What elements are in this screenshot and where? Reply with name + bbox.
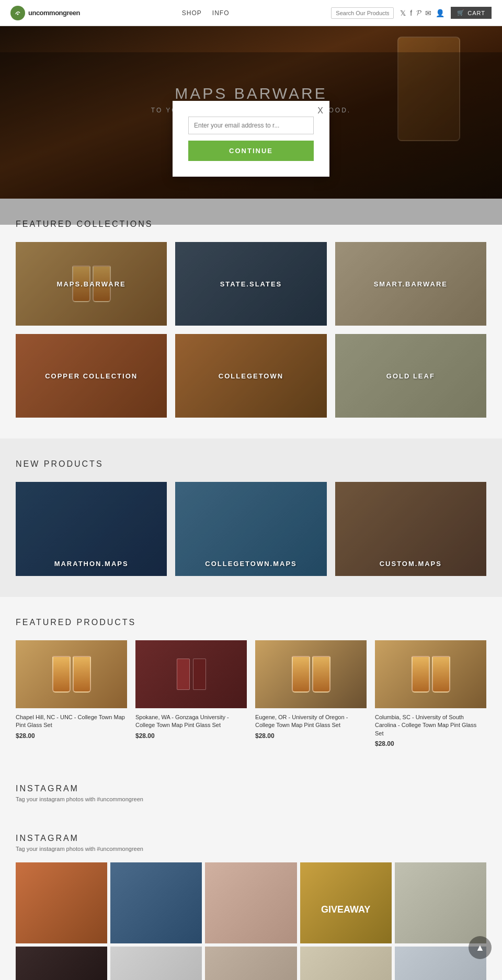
collection-maps-barware[interactable]: MAPS.BARWARE [16,242,167,326]
navigation: uncommongreen SHOP INFO 𝕏 f 𝓟 ✉ 👤 🛒 CART [0,0,502,26]
instagram-grid-row1: GIVEAWAY [16,862,486,943]
email-modal: X CONTINUE [173,101,329,177]
product-label: MARATHON.MAPS [54,560,129,568]
collection-collegetown[interactable]: COLLEGETOWN [175,334,326,418]
scroll-to-top-button[interactable]: ▲ [469,936,492,959]
cart-label: CART [467,10,485,16]
product-label: CUSTOM.MAPS [380,560,442,568]
product-price-4: $28.00 [375,740,486,747]
new-products-grid: MARATHON.MAPS COLLEGETOWN.MAPS CUSTOM.MA… [16,482,486,576]
glass-img [73,656,91,693]
glass-img [312,656,330,693]
instagram-tag-2: Tag your instagram photos with #uncommon… [16,846,486,852]
user-icon[interactable]: 👤 [436,9,444,17]
glass-img [412,656,430,693]
svg-point-0 [14,9,21,17]
hero-section: MAPS BARWARE TO YOUR HEALTH. TO YOUR NEI… [0,26,502,199]
modal-close-button[interactable]: X [317,106,323,116]
collection-overlay: MAPS.BARWARE [16,242,167,326]
instagram-item-2[interactable] [110,862,202,943]
instagram-item-3[interactable] [205,862,296,943]
collection-overlay: SMART.BARWARE [335,242,486,326]
instagram-grid-row2 [16,947,486,980]
featured-product-4[interactable]: Columbia, SC - University of South Carol… [375,640,486,747]
collection-label: COPPER COLLECTION [45,372,138,380]
featured-product-2[interactable]: Spokane, WA - Gonzaga University - Colle… [135,640,247,747]
collections-grid: MAPS.BARWARE STATE.SLATES SMART.BARWARE … [16,242,486,418]
logo-icon [10,6,25,20]
instagram-item-7[interactable] [110,947,202,980]
instagram-item-4[interactable]: GIVEAWAY [300,862,392,943]
featured-collections-section: FEATURED COLLECTIONS MAPS.BARWARE STATE.… [0,199,502,439]
collection-overlay: COLLEGETOWN [175,334,326,418]
featured-products-title: FEATURED PRODUCTS [16,618,486,627]
logo[interactable]: uncommongreen [10,6,80,20]
product-label: COLLEGETOWN.MAPS [205,560,296,568]
collection-label: COLLEGETOWN [219,372,283,380]
instagram-title-1: INSTAGRAM [16,784,486,793]
product-image-3 [255,640,367,708]
product-image-1 [16,640,127,708]
nav-right: 𝕏 f 𝓟 ✉ 👤 🛒 CART [331,7,492,19]
instagram-item-5[interactable] [395,862,486,943]
product-collegetown-maps[interactable]: COLLEGETOWN.MAPS [175,482,326,576]
instagram-tag-1: Tag your instagram photos with #uncommon… [16,796,486,802]
product-marathon-maps[interactable]: MARATHON.MAPS [16,482,167,576]
collection-overlay: GOLD LEAF [335,334,486,418]
product-price-3: $28.00 [255,732,367,740]
product-image-4 [375,640,486,708]
logo-text: uncommongreen [28,9,80,17]
product-image-2 [135,640,247,708]
instagram-section: INSTAGRAM Tag your instagram photos with… [0,818,502,980]
featured-product-1[interactable]: Chapel Hill, NC - UNC - College Town Map… [16,640,127,747]
search-container [331,7,394,19]
collection-label: STATE.SLATES [220,280,282,288]
email-icon[interactable]: ✉ [425,9,431,17]
nav-info[interactable]: INFO [212,9,230,17]
product-custom-maps[interactable]: CUSTOM.MAPS [335,482,486,576]
instagram-title-2: INSTAGRAM [16,834,486,843]
product-name-4: Columbia, SC - University of South Carol… [375,713,486,737]
instagram-item-9[interactable] [300,947,392,980]
email-input[interactable] [188,117,314,134]
glass-img [432,656,450,693]
pinterest-icon[interactable]: 𝓟 [416,8,421,17]
glass-img [177,659,190,690]
collection-overlay: COPPER COLLECTION [16,334,167,418]
instagram-item-8[interactable] [205,947,296,980]
glass-img [52,656,71,693]
glass-img [292,656,310,693]
svg-point-1 [17,13,19,15]
collection-copper[interactable]: COPPER COLLECTION [16,334,167,418]
featured-products-section: FEATURED PRODUCTS Chapel Hill, NC - UNC … [0,597,502,768]
collection-overlay: STATE.SLATES [175,242,326,326]
modal-overlay: X CONTINUE [0,52,502,225]
collection-smart-barware[interactable]: SMART.BARWARE [335,242,486,326]
product-name-1: Chapel Hill, NC - UNC - College Town Map… [16,713,127,730]
cart-button[interactable]: 🛒 CART [451,7,492,19]
collection-label: MAPS.BARWARE [57,280,126,288]
search-input[interactable] [331,7,394,19]
continue-button[interactable]: CONTINUE [188,141,314,161]
giveaway-text: GIVEAWAY [300,862,392,919]
product-name-3: Eugene, OR - University of Oregon - Coll… [255,713,367,730]
product-name-2: Spokane, WA - Gonzaga University - Colle… [135,713,247,730]
social-icons: 𝕏 f 𝓟 ✉ 👤 [400,8,444,17]
glass-img [193,659,206,690]
new-products-title: NEW PRODUCTS [16,459,486,469]
product-overlay: COLLEGETOWN.MAPS [175,482,326,576]
featured-product-3[interactable]: Eugene, OR - University of Oregon - Coll… [255,640,367,747]
nav-links: SHOP INFO [182,9,230,17]
facebook-icon[interactable]: f [410,9,412,17]
collection-label: GOLD LEAF [386,372,435,380]
instagram-header-1: INSTAGRAM Tag your instagram photos with… [0,768,502,818]
featured-products-grid: Chapel Hill, NC - UNC - College Town Map… [16,640,486,747]
instagram-item-1[interactable] [16,862,107,943]
collection-goldleaf[interactable]: GOLD LEAF [335,334,486,418]
product-price-1: $28.00 [16,732,127,740]
twitter-icon[interactable]: 𝕏 [400,9,406,17]
nav-shop[interactable]: SHOP [182,9,202,17]
collection-state-slates[interactable]: STATE.SLATES [175,242,326,326]
instagram-item-6[interactable] [16,947,107,980]
chevron-up-icon: ▲ [475,942,485,953]
